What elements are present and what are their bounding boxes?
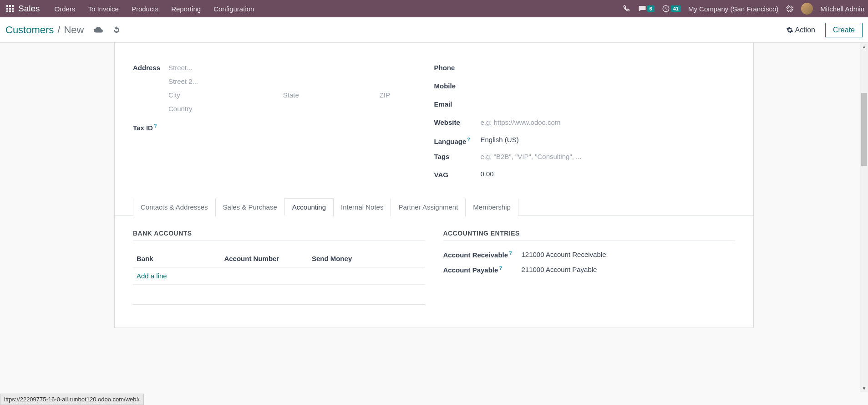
company-selector[interactable]: My Company (San Francisco) xyxy=(688,5,778,13)
help-icon[interactable]: ? xyxy=(509,250,512,256)
control-panel: Customers / New Action Create xyxy=(0,17,868,43)
scrollbar-thumb[interactable] xyxy=(861,93,867,166)
col-account-number: Account Number xyxy=(220,250,308,267)
phone-label: Phone xyxy=(434,61,481,72)
menu-products[interactable]: Products xyxy=(125,5,165,13)
svg-rect-5 xyxy=(12,8,14,10)
create-button[interactable]: Create xyxy=(825,23,863,37)
receivable-value[interactable]: 121000 Account Receivable xyxy=(522,251,606,258)
payable-label: Account Payable? xyxy=(443,265,522,274)
tab-internal-notes[interactable]: Internal Notes xyxy=(333,198,391,216)
payable-value[interactable]: 211000 Account Payable xyxy=(522,266,597,273)
help-icon[interactable]: ? xyxy=(499,265,502,271)
col-bank: Bank xyxy=(133,250,220,267)
svg-rect-8 xyxy=(12,10,14,12)
scroll-up-arrow[interactable]: ▲ xyxy=(860,43,868,51)
vag-value: 0.00 xyxy=(481,168,736,178)
language-value[interactable]: English (US) xyxy=(481,134,736,144)
menu-configuration[interactable]: Configuration xyxy=(207,5,260,13)
breadcrumb-root[interactable]: Customers xyxy=(5,24,54,36)
tab-sales-purchase[interactable]: Sales & Purchase xyxy=(215,198,285,216)
menu-to-invoice[interactable]: To Invoice xyxy=(81,5,125,13)
discard-icon[interactable] xyxy=(112,26,121,34)
top-navbar: Sales Orders To Invoice Products Reporti… xyxy=(0,0,868,17)
street2-input[interactable] xyxy=(168,75,434,88)
menu-reporting[interactable]: Reporting xyxy=(165,5,207,13)
breadcrumb-sep: / xyxy=(57,24,60,36)
phone-icon[interactable] xyxy=(623,5,631,13)
debug-icon[interactable] xyxy=(786,5,794,13)
col-send-money: Send Money xyxy=(308,250,425,267)
email-input[interactable] xyxy=(481,97,736,111)
tab-accounting[interactable]: Accounting xyxy=(284,198,334,216)
svg-rect-6 xyxy=(6,10,8,12)
receivable-label: Account Receivable? xyxy=(443,250,522,259)
svg-rect-4 xyxy=(9,8,11,10)
phone-input[interactable] xyxy=(481,61,736,75)
taxid-input[interactable] xyxy=(168,120,434,134)
svg-rect-7 xyxy=(9,10,11,12)
street-input[interactable] xyxy=(168,61,434,75)
website-input[interactable] xyxy=(481,116,736,129)
website-label: Website xyxy=(434,116,481,126)
breadcrumb-current: New xyxy=(64,24,84,36)
bank-section-title: BANK ACCOUNTS xyxy=(133,230,425,241)
svg-rect-0 xyxy=(6,5,8,7)
tab-membership[interactable]: Membership xyxy=(465,198,518,216)
tags-label: Tags xyxy=(434,150,481,160)
notebook-tabs: Contacts & Addresses Sales & Purchase Ac… xyxy=(115,198,753,216)
svg-rect-1 xyxy=(9,5,11,7)
tab-panel-accounting: BANK ACCOUNTS Bank Account Number Send M… xyxy=(115,216,753,309)
mobile-label: Mobile xyxy=(434,79,481,90)
scroll-down-arrow[interactable]: ▼ xyxy=(860,384,868,392)
city-input[interactable] xyxy=(168,88,278,102)
taxid-label: Tax ID? xyxy=(133,120,168,132)
email-label: Email xyxy=(434,97,481,108)
action-label: Action xyxy=(795,26,815,34)
activities-badge: 41 xyxy=(671,5,681,12)
avatar[interactable] xyxy=(801,3,813,15)
tab-partner-assignment[interactable]: Partner Assignment xyxy=(391,198,466,216)
svg-rect-3 xyxy=(6,8,8,10)
svg-rect-2 xyxy=(12,5,14,7)
cloud-save-icon[interactable] xyxy=(93,26,103,34)
add-line-link[interactable]: Add a line xyxy=(137,272,167,280)
breadcrumb: Customers / New xyxy=(5,24,121,36)
action-dropdown[interactable]: Action xyxy=(786,26,815,34)
entries-section-title: ACCOUNTING ENTRIES xyxy=(443,230,736,241)
top-menu: Orders To Invoice Products Reporting Con… xyxy=(48,5,261,13)
menu-orders[interactable]: Orders xyxy=(48,5,82,13)
app-name[interactable]: Sales xyxy=(18,4,40,14)
mobile-input[interactable] xyxy=(481,79,736,93)
apps-icon[interactable] xyxy=(4,5,16,12)
messages-icon[interactable]: 6 xyxy=(638,5,655,13)
zip-input[interactable] xyxy=(380,88,434,102)
form-sheet: Address Tax ID? Phone xyxy=(114,43,754,328)
vag-label: VAG xyxy=(434,168,481,179)
activities-icon[interactable]: 41 xyxy=(662,5,681,13)
address-label: Address xyxy=(133,61,168,72)
messages-badge: 6 xyxy=(647,5,655,12)
country-input[interactable] xyxy=(168,102,434,116)
help-icon[interactable]: ? xyxy=(467,137,470,142)
state-input[interactable] xyxy=(283,88,374,102)
help-icon[interactable]: ? xyxy=(154,123,157,128)
vertical-scrollbar[interactable]: ▲ ▼ xyxy=(860,43,868,392)
bank-accounts-table: Bank Account Number Send Money Add a lin… xyxy=(133,250,425,305)
tags-input[interactable] xyxy=(481,150,736,164)
user-name[interactable]: Mitchell Admin xyxy=(820,5,864,13)
language-label: Language? xyxy=(434,134,481,145)
tab-contacts[interactable]: Contacts & Addresses xyxy=(133,198,216,216)
